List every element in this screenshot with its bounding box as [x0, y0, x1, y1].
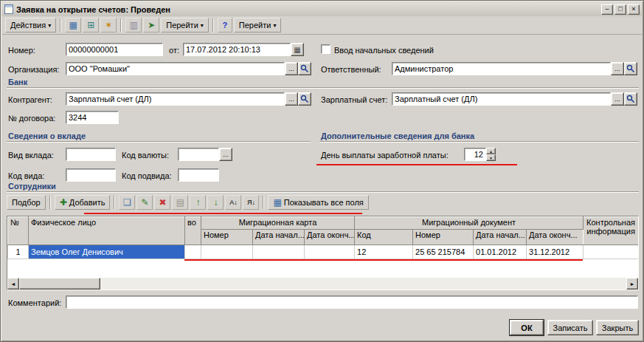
kind-code-input[interactable]	[66, 168, 116, 182]
deposit-kind-input[interactable]	[66, 148, 116, 161]
spinner-up-button[interactable]: ▲	[486, 148, 496, 154]
spinner-down-icon: ▼	[489, 156, 493, 160]
icon-button-3[interactable]: ✶	[100, 18, 117, 33]
spinner-down-button[interactable]: ▼	[486, 154, 496, 161]
number-input[interactable]	[66, 43, 163, 56]
grid-plus-icon: ⊞	[87, 21, 94, 30]
calendar-button[interactable]: ▦	[291, 43, 304, 56]
add-copy-button[interactable]: ❏	[119, 195, 135, 210]
cell-card-date-start[interactable]	[253, 245, 305, 259]
col-header-doc-date-end: Дата оконч...	[527, 230, 584, 245]
cell-control-info[interactable]	[584, 245, 639, 259]
close-button[interactable]: Закрыть	[596, 320, 639, 335]
col-header-card-date-start: Дата начал...	[253, 230, 305, 245]
sort-desc-icon: Я↓	[247, 199, 255, 206]
help-icon: ?	[222, 21, 227, 30]
save-button[interactable]: Записать	[547, 320, 593, 335]
employees-section-title: Сотрудники	[8, 182, 56, 191]
cell-clipped[interactable]	[185, 245, 201, 259]
go-button-1[interactable]: Перейти ▾	[161, 18, 209, 33]
organization-input[interactable]	[66, 62, 285, 75]
cell-row-number[interactable]: 1	[8, 245, 29, 259]
help-button[interactable]: ?	[218, 18, 232, 33]
edit-button[interactable]: ✎	[136, 195, 153, 210]
icon-button-5[interactable]: ➤	[143, 18, 159, 33]
counterparty-input[interactable]	[66, 92, 285, 106]
sort-asc-button[interactable]: А↓	[225, 195, 241, 210]
responsible-search-button[interactable]	[624, 62, 637, 75]
date-input[interactable]	[183, 43, 291, 56]
pencil-icon: ✎	[141, 198, 148, 207]
h-scrollbar[interactable]: ◄ ►	[7, 278, 638, 290]
window-titlebar[interactable]: Заявка на открытие счетов: Проведен – □ …	[2, 2, 642, 16]
salary-account-search-button[interactable]	[624, 92, 637, 106]
col-header-clipped: во	[185, 217, 201, 245]
col-header-control-info: Контрольная информация	[584, 217, 639, 245]
go-label-2: Перейти	[239, 21, 271, 30]
annotation-underline-salary-day	[316, 164, 517, 165]
list-button[interactable]: ▤	[172, 195, 188, 210]
go-button-2[interactable]: Перейти ▾	[234, 18, 282, 33]
cell-person[interactable]: Земцов Олег Денисович	[29, 245, 185, 259]
counterparty-ellipsis-button[interactable]: ...	[285, 92, 298, 106]
cell-card-date-end[interactable]	[305, 245, 355, 259]
currency-code-input[interactable]	[178, 148, 219, 161]
icon-button-1[interactable]: ▦	[65, 18, 81, 33]
col-group-migration-card: Миграционная карта	[201, 217, 355, 230]
icon-button-4[interactable]: ▥	[125, 18, 142, 33]
responsible-ellipsis-button[interactable]: ...	[611, 62, 624, 75]
cell-doc-date-start[interactable]: 01.01.2012	[474, 245, 527, 259]
spinner-up-icon: ▲	[489, 149, 493, 154]
table-row[interactable]: 1 Земцов Олег Денисович 12 25 65 215784 …	[8, 245, 639, 259]
pick-button[interactable]: Подбор	[7, 195, 46, 210]
cell-card-number[interactable]	[201, 245, 253, 259]
actions-button[interactable]: Действия ▾	[5, 18, 56, 33]
search-icon	[300, 64, 309, 73]
show-all-fields-button[interactable]: ▦ Показывать все поля	[268, 195, 368, 210]
toolbar-separator	[114, 196, 115, 209]
counterparty-label: Контрагент:	[8, 95, 52, 105]
initial-info-checkbox[interactable]	[321, 44, 330, 54]
grid-icon: ▦	[273, 198, 281, 207]
col-header-row-number: №	[8, 217, 29, 245]
minimize-button[interactable]: –	[601, 4, 613, 15]
scroll-track[interactable]	[100, 278, 626, 290]
number-label: Номер:	[8, 45, 35, 55]
salary-account-input[interactable]	[392, 92, 611, 106]
scroll-right-button[interactable]: ►	[626, 278, 638, 290]
date-label: от:	[169, 45, 179, 55]
cell-doc-number[interactable]: 25 65 215784	[413, 245, 474, 259]
add-button[interactable]: ✚ Добавить	[55, 195, 111, 210]
delete-button[interactable]: ✖	[154, 195, 170, 210]
maximize-button[interactable]: □	[614, 4, 626, 15]
counterparty-search-button[interactable]	[298, 92, 311, 106]
responsible-input[interactable]	[392, 62, 611, 75]
organization-search-button[interactable]	[298, 62, 311, 75]
deposit-section-line	[7, 141, 311, 143]
contract-number-input[interactable]	[66, 111, 119, 124]
scroll-left-button[interactable]: ◄	[7, 278, 19, 290]
organization-ellipsis-button[interactable]: ...	[285, 62, 298, 75]
salary-day-input[interactable]	[464, 148, 486, 161]
comment-input[interactable]	[66, 295, 638, 309]
cell-doc-date-end[interactable]: 31.12.2012	[527, 245, 584, 259]
bank-section-title: Банк	[8, 78, 27, 86]
search-icon	[626, 64, 635, 73]
close-button[interactable]: ×	[628, 4, 640, 15]
col-header-doc-number: Номер	[413, 230, 474, 245]
sort-desc-button[interactable]: Я↓	[243, 195, 259, 210]
cell-doc-code[interactable]: 12	[355, 245, 413, 259]
employees-grid: № Физическое лицо во Миграционная карта …	[7, 216, 639, 259]
move-up-button[interactable]: ↑	[190, 195, 206, 210]
dropdown-icon: ▾	[48, 22, 51, 29]
move-down-button[interactable]: ↓	[207, 195, 224, 210]
add-icon: ✚	[60, 198, 67, 207]
salary-day-label: День выплаты заработной платы:	[321, 150, 449, 160]
ok-button[interactable]: ОК	[510, 320, 544, 335]
salary-day-spinner: ▲ ▼	[486, 148, 496, 161]
salary-account-ellipsis-button[interactable]: ...	[611, 92, 624, 106]
scroll-thumb[interactable]	[19, 278, 100, 290]
subkind-code-input[interactable]	[178, 168, 219, 182]
currency-code-ellipsis-button[interactable]: ...	[219, 148, 232, 161]
icon-button-2[interactable]: ⊞	[83, 18, 99, 33]
